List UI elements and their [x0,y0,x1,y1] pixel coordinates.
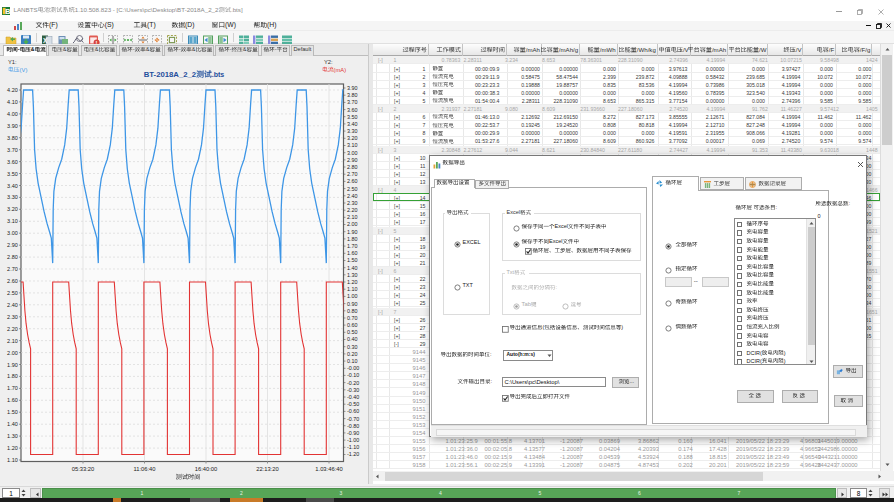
svg-text:2.30: 2.30 [347,200,358,206]
svg-text:16:40:00: 16:40:00 [195,466,218,472]
svg-text:-0.10: -0.10 [347,372,359,378]
svg-text:11:06:40: 11:06:40 [133,466,155,472]
svg-text:): ) [783,358,785,364]
svg-text:2.30: 2.30 [7,314,18,320]
svg-text:/F/g: /F/g [859,47,870,53]
svg-text::: : [776,205,778,210]
svg-text:1.00: 1.00 [347,293,358,299]
svg-text:2.60: 2.60 [347,178,358,184]
svg-text:-: - [133,47,135,52]
svg-text:1.10: 1.10 [347,286,358,292]
svg-text:/mWh: /mWh [600,47,616,53]
svg-text:3.50: 3.50 [347,114,358,120]
svg-text:Y2:: Y2: [324,59,333,65]
svg-text:-1.20: -1.20 [347,451,359,457]
svg-text:3.70: 3.70 [7,147,18,153]
svg-text::: : [490,379,492,384]
svg-text:4.20: 4.20 [7,87,18,93]
svg-text:X: X [43,37,48,44]
svg-text:3.60: 3.60 [7,159,18,165]
svg-text:1.70: 1.70 [7,385,18,391]
svg-text:2.90: 2.90 [347,157,358,163]
svg-text:2.70: 2.70 [347,171,358,177]
svg-text:/mAh: /mAh [525,47,539,53]
svg-text:3.20: 3.20 [347,135,358,141]
svg-text:-0.00: -0.00 [347,365,359,371]
svg-text:2.10: 2.10 [7,338,18,344]
svg-text:0.70: 0.70 [347,315,358,321]
svg-text:05:33:20: 05:33:20 [72,466,95,472]
svg-text:1.80: 1.80 [347,236,358,242]
svg-text:2.50: 2.50 [7,290,18,296]
svg-text:-0.40: -0.40 [347,394,359,400]
svg-text:2.20: 2.20 [7,326,18,332]
svg-text:1.40: 1.40 [347,265,358,271]
svg-text:-1.10: -1.10 [347,444,359,450]
svg-text:3.00: 3.00 [347,150,358,156]
svg-text:-: - [17,47,19,52]
svg-text:(D): (D) [185,22,194,29]
svg-text:1.30: 1.30 [7,433,18,439]
svg-text:&: & [191,47,195,52]
svg-text:-: - [229,47,231,52]
svg-text:1.20: 1.20 [347,279,358,285]
svg-text:TXT: TXT [462,283,473,288]
svg-text:3.30: 3.30 [347,128,358,134]
svg-text::: : [555,285,557,290]
svg-text:-: - [178,47,180,52]
svg-text:-0.20: -0.20 [347,380,359,386]
svg-text:1.30: 1.30 [347,272,358,278]
svg-text:): ) [622,325,624,330]
svg-text:): ) [783,350,785,356]
svg-text:-0.50: -0.50 [347,401,359,407]
svg-text:2.10: 2.10 [347,214,358,220]
svg-text:1.90: 1.90 [7,362,18,368]
svg-text:3.30: 3.30 [7,194,18,200]
svg-text:&: & [63,47,67,52]
svg-text:EXCEL: EXCEL [462,240,480,245]
svg-text:Txt: Txt [506,270,514,275]
svg-text:-0.60: -0.60 [347,408,359,414]
svg-text:4.00: 4.00 [7,111,18,117]
svg-text:3.80: 3.80 [347,92,358,98]
svg-text:1.03:46:40: 1.03:46:40 [315,466,342,472]
svg-text:0.20: 0.20 [347,351,358,357]
svg-text:3.90: 3.90 [347,85,358,91]
svg-text:(V): (V) [20,67,28,73]
svg-text:...: ... [630,379,635,384]
svg-text:&: & [146,47,150,52]
svg-text:3.70: 3.70 [347,99,358,105]
svg-text:&: & [242,47,246,52]
svg-text:LANBTS: LANBTS [13,7,37,13]
svg-text:(: ( [543,325,545,330]
svg-text:(T): (T) [147,22,156,29]
svg-text:1.90: 1.90 [347,229,358,235]
svg-text:1.70: 1.70 [347,243,358,249]
svg-text:(W): (W) [225,22,236,29]
svg-text:0.50: 0.50 [347,329,358,335]
svg-text:3.40: 3.40 [7,183,18,189]
svg-text:3.20: 3.20 [7,206,18,212]
svg-text:B: B [5,7,10,15]
svg-text:0.10: 0.10 [347,358,358,364]
svg-text:&: & [30,47,34,52]
svg-text:DCIR(: DCIR( [746,358,761,364]
svg-text:2.90: 2.90 [7,242,18,248]
svg-text:2.50: 2.50 [347,186,358,192]
svg-text:0.90: 0.90 [347,301,358,307]
svg-text:0.40: 0.40 [347,336,358,342]
svg-text:DCIR(: DCIR( [746,350,761,356]
svg-text:-0.70: -0.70 [347,416,359,422]
svg-text::: : [490,352,492,357]
svg-text::: : [849,201,851,206]
svg-text:1.50: 1.50 [347,257,358,263]
svg-text:2.00: 2.00 [7,350,18,356]
svg-text:1.50: 1.50 [7,409,18,415]
svg-text:(H): (H) [267,22,276,29]
svg-text:-0.80: -0.80 [347,423,359,429]
svg-text:(mA): (mA) [334,67,347,73]
svg-text:3.50: 3.50 [7,171,18,177]
svg-text:Default: Default [294,47,312,52]
svg-text:1.10.508.823 - [C:\Users\pc\De: 1.10.508.823 - [C:\Users\pc\Desktop\BT-2… [74,7,218,13]
svg-text:-1.00: -1.00 [347,437,359,443]
